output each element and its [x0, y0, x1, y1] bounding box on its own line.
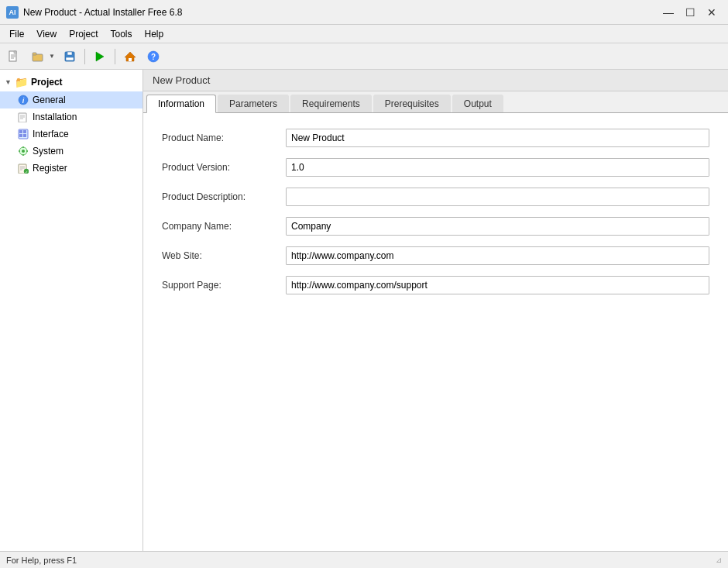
close-button[interactable]: ✕ — [702, 5, 722, 20]
content-panel: New Product Information Parameters Requi… — [143, 70, 728, 551]
menu-view[interactable]: View — [30, 27, 63, 41]
project-folder-icon: 📁 — [15, 76, 28, 88]
home-button[interactable] — [119, 46, 141, 67]
open-dropdown[interactable]: ▼ — [26, 46, 57, 67]
interface-icon — [17, 128, 29, 140]
save-button[interactable] — [59, 46, 81, 67]
svg-rect-16 — [19, 113, 26, 122]
sidebar: ▼ 📁 Project i General In — [0, 70, 143, 551]
input-product-version[interactable] — [286, 158, 709, 177]
svg-rect-7 — [67, 52, 72, 55]
tree-expand-arrow: ▼ — [5, 78, 12, 86]
svg-marker-9 — [96, 52, 104, 61]
svg-text:?: ? — [151, 53, 156, 61]
form-row-support-page: Support Page: — [162, 276, 709, 294]
svg-rect-5 — [33, 53, 36, 55]
open-dropdown-arrow[interactable]: ▼ — [49, 53, 57, 60]
installation-icon — [17, 111, 29, 123]
run-button[interactable] — [89, 46, 111, 67]
main-area: ▼ 📁 Project i General In — [0, 70, 728, 551]
menu-project[interactable]: Project — [63, 27, 104, 41]
sidebar-root-label: Project — [31, 77, 63, 88]
form-row-web-site: Web Site: — [162, 246, 709, 265]
minimize-button[interactable]: — — [658, 5, 678, 20]
sidebar-root[interactable]: ▼ 📁 Project — [0, 73, 143, 91]
maximize-button[interactable]: ☐ — [680, 5, 700, 20]
toolbar-separator-1 — [84, 49, 85, 64]
svg-rect-11 — [129, 58, 132, 61]
form-row-company-name: Company Name: — [162, 217, 709, 236]
svg-rect-23 — [19, 134, 22, 137]
toolbar-separator-2 — [115, 49, 115, 64]
sidebar-item-register[interactable]: ✓ Register — [0, 160, 143, 177]
title-bar-left: AI New Product - Actual Installer Free 6… — [6, 6, 182, 19]
system-icon — [17, 145, 29, 157]
content-header: New Product — [143, 70, 728, 91]
window-title: New Product - Actual Installer Free 6.8 — [23, 7, 182, 18]
menu-bar: File View Project Tools Help — [0, 25, 728, 43]
svg-rect-21 — [19, 130, 22, 133]
tab-information[interactable]: Information — [146, 95, 216, 113]
form-row-product-version: Product Version: — [162, 158, 709, 177]
register-icon: ✓ — [17, 162, 29, 174]
svg-rect-22 — [23, 130, 26, 133]
window-controls: — ☐ ✕ — [658, 5, 722, 20]
sidebar-system-label: System — [33, 146, 64, 157]
sidebar-general-label: General — [33, 95, 66, 105]
label-company-name: Company Name: — [162, 221, 286, 232]
menu-tools[interactable]: Tools — [105, 27, 139, 41]
toolbar: ▼ ? — [0, 43, 728, 70]
form-row-product-name: Product Name: — [162, 129, 709, 147]
svg-rect-8 — [66, 57, 74, 60]
label-product-version: Product Version: — [162, 162, 286, 173]
label-support-page: Support Page: — [162, 280, 286, 291]
menu-help[interactable]: Help — [139, 27, 170, 41]
form-area: Product Name: Product Version: Product D… — [143, 113, 728, 551]
sidebar-installation-label: Installation — [33, 112, 77, 122]
sidebar-item-general[interactable]: i General — [0, 91, 143, 108]
general-icon: i — [17, 94, 29, 106]
label-product-description: Product Description: — [162, 191, 286, 202]
label-product-name: Product Name: — [162, 133, 286, 143]
sidebar-interface-label: Interface — [33, 129, 69, 139]
svg-rect-24 — [23, 134, 26, 137]
form-row-product-description: Product Description: — [162, 188, 709, 206]
tab-requirements[interactable]: Requirements — [290, 95, 372, 112]
sidebar-item-installation[interactable]: Installation — [0, 108, 143, 126]
input-support-page[interactable] — [286, 276, 709, 294]
resize-handle: ⊿ — [716, 556, 722, 564]
tab-output[interactable]: Output — [452, 95, 503, 112]
tab-prerequisites[interactable]: Prerequisites — [373, 95, 451, 112]
status-bar: For Help, press F1 ⊿ — [0, 551, 728, 568]
app-icon: AI — [6, 6, 19, 19]
sidebar-register-label: Register — [33, 163, 67, 174]
input-product-description[interactable] — [286, 188, 709, 206]
menu-file[interactable]: File — [3, 27, 30, 41]
input-company-name[interactable] — [286, 217, 709, 236]
svg-text:✓: ✓ — [25, 170, 28, 174]
sidebar-item-interface[interactable]: Interface — [0, 126, 143, 143]
tab-parameters[interactable]: Parameters — [218, 95, 289, 112]
tab-bar: Information Parameters Requirements Prer… — [143, 91, 728, 113]
label-web-site: Web Site: — [162, 250, 286, 261]
status-text: For Help, press F1 — [6, 556, 77, 565]
input-product-name[interactable] — [286, 129, 709, 147]
help-button[interactable]: ? — [143, 46, 164, 67]
open-button[interactable] — [27, 46, 49, 67]
input-web-site[interactable] — [286, 246, 709, 265]
new-button[interactable] — [3, 46, 25, 67]
content-title: New Product — [153, 74, 210, 86]
svg-point-26 — [22, 150, 25, 153]
title-bar: AI New Product - Actual Installer Free 6… — [0, 0, 728, 25]
sidebar-item-system[interactable]: System — [0, 143, 143, 160]
